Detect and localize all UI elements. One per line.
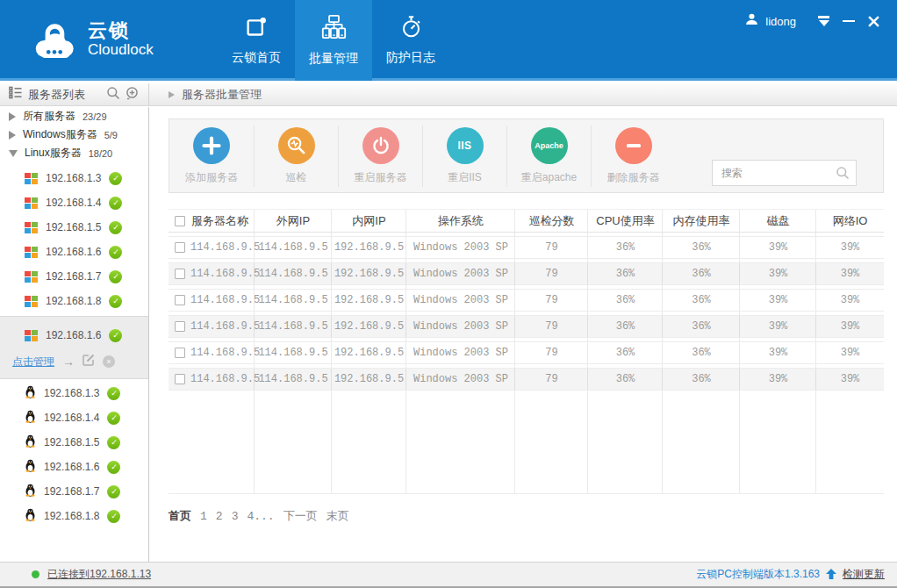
table-row[interactable]: 114.168.9.5114.168.9.5192.168.9.5Windows… [169,341,884,364]
table-cell: 39% [740,373,816,385]
table-cell: 36% [588,347,663,359]
server-ip: 192.168.1.8 [46,295,101,307]
server-item-windows[interactable]: 192.168.1.6✓ [0,240,148,264]
server-item-windows[interactable]: 192.168.1.7✓ [0,264,148,289]
page-number[interactable]: 4... [247,510,274,523]
server-item-windows[interactable]: 192.168.1.6✓ [0,324,148,347]
tree-group-all[interactable]: 所有服务器23/29 [0,107,148,125]
row-checkbox[interactable] [175,374,185,384]
table-cell: 192.168.9.5 [332,320,406,333]
server-ip: 192.168.1.5 [44,436,99,448]
online-check-icon: ✓ [109,270,122,283]
windows-icon [25,271,38,283]
user-menu[interactable]: lidong [744,12,796,31]
zoom-in-icon[interactable] [126,86,140,104]
connection-status-icon [32,570,39,578]
row-checkbox[interactable] [175,295,185,305]
linux-icon [25,459,36,476]
linux-icon [25,410,36,427]
inspect-button[interactable]: 巡检 [254,125,338,187]
table-cell: Windows 2003 SP [406,241,515,254]
skin-menu-icon[interactable] [818,16,829,26]
table-cell: 36% [588,294,663,306]
row-checkbox[interactable] [175,269,185,279]
table-cell: 39% [816,241,884,254]
page-number[interactable]: 2 [216,510,223,523]
server-item-windows[interactable]: 192.168.1.5✓ [0,215,148,240]
page-number[interactable]: 3 [232,510,239,523]
search-icon[interactable] [106,86,120,104]
table-cell: Windows 2003 SP [406,268,515,280]
online-check-icon: ✓ [109,295,122,308]
online-check-icon: ✓ [109,329,122,342]
batch-toolbar: 添加服务器巡检重启服务器IIS重启IISApache重启apache删除服务器 [169,118,884,193]
table-cell: 192.168.9.5 [332,347,406,359]
table-row[interactable]: 114.168.9.5114.168.9.5192.168.9.5Windows… [169,236,884,259]
table-cell: 36% [663,241,740,254]
page-next[interactable]: 下一页 [283,508,318,524]
nav-tab-home[interactable]: 云锁首页 [218,0,295,81]
server-table: 服务器名称外网IP内网IP操作系统巡检分数CPU使用率内存使用率磁盘网络IO 1… [169,209,884,494]
server-item-linux[interactable]: 192.168.1.4✓ [0,405,148,430]
user-name: lidong [765,15,796,28]
add-server-button[interactable]: 添加服务器 [169,125,254,187]
server-ip: 192.168.1.6 [44,461,99,473]
minimize-button[interactable] [843,20,855,23]
nav-tab-batch[interactable]: 批量管理 [295,0,372,81]
windows-icon [25,197,38,209]
table-row[interactable]: 114.168.9.5114.168.9.5192.168.9.5Windows… [169,315,884,338]
server-item-linux[interactable]: 192.168.1.6✓ [0,455,148,479]
toolbar-button-label: 删除服务器 [607,170,660,185]
connection-link[interactable]: 已连接到192.168.1.13 [47,567,151,582]
page-last[interactable]: 末页 [327,508,349,524]
server-item-linux[interactable]: 192.168.1.5✓ [0,430,148,455]
close-button[interactable] [868,16,879,27]
edit-server-icon[interactable] [83,354,95,369]
add-server-icon [193,127,230,164]
server-item-windows[interactable]: 192.168.1.8✓ [0,289,148,313]
table-cell: 39% [740,294,816,306]
tree-group-windows[interactable]: Windows服务器5/9 [0,125,148,144]
app-logo: 云锁 Cloudlock [0,0,218,78]
row-checkbox[interactable] [175,242,185,253]
table-row[interactable]: 114.168.9.5114.168.9.5192.168.9.5Windows… [169,368,884,391]
main-nav: 云锁首页批量管理防护日志 [218,0,449,81]
remove-server-icon[interactable]: × [103,355,115,368]
online-check-icon: ✓ [107,510,120,523]
server-item-windows[interactable]: 192.168.1.4✓ [0,190,148,215]
restart-apache-button[interactable]: Apache重启apache [506,125,591,187]
server-item-linux[interactable]: 192.168.1.3✓ [0,381,148,405]
server-ip: 192.168.1.3 [44,387,99,399]
table-row[interactable]: 114.168.9.5114.168.9.5192.168.9.5Windows… [169,289,884,312]
search-input-icon[interactable] [836,166,850,180]
check-update-link[interactable]: 检测更新 [843,567,885,582]
server-item-linux[interactable]: 192.168.1.7✓ [0,479,148,504]
page-number[interactable]: 1 [200,510,207,523]
delete-server-button[interactable]: 删除服务器 [591,125,675,187]
version-label: 云锁PC控制端版本1.3.163 [696,567,820,582]
server-item-windows[interactable]: 192.168.1.3✓ [0,166,148,190]
row-checkbox[interactable] [175,348,185,358]
row-checkbox[interactable] [175,321,185,332]
restart-server-button[interactable]: 重启服务器 [338,125,422,187]
restart-iis-button[interactable]: IIS重启IIS [422,125,506,187]
select-all-checkbox[interactable] [175,216,185,226]
toolbar-button-label: 重启服务器 [355,170,407,185]
cloudlock-logo-icon [30,15,77,64]
manage-link[interactable]: 点击管理 [12,355,54,369]
online-check-icon: ✓ [109,197,122,210]
delete-server-icon [615,127,652,164]
server-item-linux[interactable]: 192.168.1.8✓ [0,504,148,528]
page-first[interactable]: 首页 [169,508,191,524]
tree-group-linux[interactable]: Linux服务器18/20 [0,144,148,162]
nav-tab-logs[interactable]: 防护日志 [372,0,449,81]
table-row[interactable]: 114.168.9.5114.168.9.5192.168.9.5Windows… [169,262,884,285]
toolbar-button-label: 重启IIS [448,170,482,185]
table-cell: 36% [663,294,740,306]
online-check-icon: ✓ [107,436,120,449]
restart-server-icon [362,127,399,164]
title-bar: 云锁 Cloudlock 云锁首页批量管理防护日志 lidong [0,0,897,81]
chevron-right-icon [9,112,16,121]
table-cell: Windows 2003 SP [406,347,515,359]
online-check-icon: ✓ [107,485,120,498]
